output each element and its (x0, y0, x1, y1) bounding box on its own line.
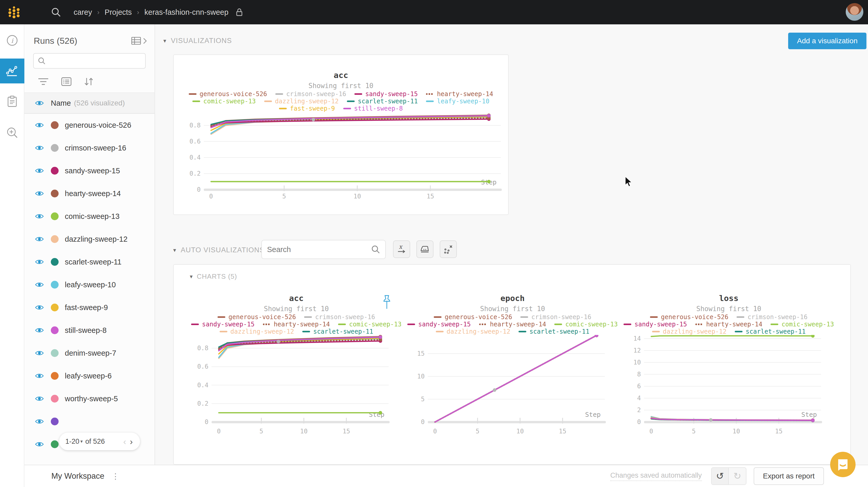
filter-icon[interactable] (38, 78, 49, 86)
run-name[interactable]: denim-sweep-7 (65, 349, 116, 357)
run-list-item[interactable]: scarlet-sweep-11 (24, 251, 155, 273)
chart-legend-item[interactable]: scarlet-sweep-11 (519, 328, 589, 335)
breadcrumb-entity[interactable]: carey (74, 8, 92, 17)
run-list-item[interactable]: generous-voice-526 (24, 114, 155, 136)
chart-legend-item[interactable]: hearty-sweep-14 (695, 321, 763, 328)
eye-icon[interactable] (35, 100, 44, 106)
chart-legend-item[interactable]: fast-sweep-9 (279, 105, 335, 112)
pinned-chart-pin-icon[interactable] (382, 295, 392, 310)
chart-plot[interactable]: 00.20.40.60.8051015Step (174, 112, 508, 206)
eye-icon[interactable] (35, 259, 44, 265)
chart-legend-item[interactable]: hearty-sweep-14 (479, 321, 546, 328)
run-name[interactable]: worthy-sweep-5 (65, 394, 118, 403)
chart-legend-item[interactable]: hearty-sweep-14 (426, 91, 493, 97)
run-name[interactable]: leafy-sweep-6 (65, 372, 112, 380)
run-name[interactable]: comic-sweep-13 (65, 212, 120, 221)
chart-legend-item[interactable]: dazzling-sweep-12 (436, 328, 510, 335)
page-range[interactable]: 1-20 (65, 437, 79, 446)
run-name[interactable]: leafy-sweep-10 (65, 281, 116, 289)
chart-legend-item[interactable]: comic-sweep-13 (192, 98, 256, 105)
run-name[interactable]: still-sweep-8 (65, 326, 106, 335)
breadcrumb-projects[interactable]: Projects (105, 8, 132, 17)
outliers-button[interactable] (440, 240, 457, 258)
chart-plot[interactable]: 051015051015Step (404, 335, 621, 439)
eye-icon[interactable] (35, 441, 44, 448)
acc-chart-small[interactable]: accShowing first 10generous-voice-526cri… (188, 293, 404, 441)
export-report-button[interactable]: Export as report (754, 467, 824, 485)
collapse-caret-icon[interactable]: ▾ (190, 273, 193, 280)
run-list-item[interactable]: denim-sweep-7 (24, 342, 155, 364)
workspace-menu-icon[interactable]: ⋮ (112, 472, 119, 481)
run-name[interactable]: sandy-sweep-15 (65, 167, 120, 175)
eye-icon[interactable] (35, 122, 44, 128)
run-list-item[interactable]: dazzling-sweep-12 (24, 228, 155, 251)
acc-panel-card[interactable]: accShowing first 10generous-voice-526cri… (173, 55, 509, 215)
eye-icon[interactable] (35, 236, 44, 242)
info-tab[interactable]: i (0, 29, 24, 52)
run-list-item[interactable]: leafy-sweep-10 (24, 273, 155, 296)
table-icon[interactable] (131, 37, 141, 45)
run-name[interactable]: dazzling-sweep-12 (65, 235, 128, 244)
runs-search[interactable] (33, 53, 146, 69)
runs-search-input[interactable] (49, 57, 141, 65)
chart-legend-item[interactable]: generous-voice-526 (650, 314, 728, 320)
collapse-caret-icon[interactable]: ▾ (173, 247, 176, 254)
run-name[interactable]: generous-voice-526 (65, 121, 131, 130)
chart-legend-item[interactable]: dazzling-sweep-12 (264, 98, 339, 105)
workspace-title[interactable]: My Workspace (51, 472, 104, 481)
collapse-caret-icon[interactable]: ▾ (163, 38, 166, 44)
eye-icon[interactable] (35, 167, 44, 174)
group-list-icon[interactable] (61, 77, 71, 86)
chart-plot[interactable]: 00.20.40.60.8051015Step (188, 335, 404, 439)
run-list-item[interactable]: hearty-sweep-14 (24, 182, 155, 205)
charts-section-header[interactable]: ▾ CHARTS (5) (174, 265, 850, 281)
charts-search-input[interactable] (267, 245, 371, 254)
runs-name-header[interactable]: Name (526 visualized) (24, 93, 155, 114)
chart-legend-item[interactable]: sandy-sweep-15 (191, 321, 254, 328)
chart-legend-item[interactable]: comic-sweep-13 (338, 321, 401, 328)
charts-tab-active[interactable] (0, 59, 24, 84)
run-list-item[interactable]: worthy-sweep-5 (24, 387, 155, 410)
eye-icon[interactable] (35, 327, 44, 334)
chart-legend-item[interactable]: scarlet-sweep-11 (347, 98, 418, 105)
run-name[interactable]: hearty-sweep-14 (65, 189, 121, 198)
undo-button[interactable]: ↺ (712, 468, 729, 484)
charts-search[interactable] (261, 240, 386, 259)
run-list-item[interactable]: leafy-sweep-6 (24, 364, 155, 387)
run-name[interactable]: fast-sweep-9 (65, 303, 108, 312)
expand-table-chevron-icon[interactable] (143, 37, 147, 44)
loss-chart[interactable]: lossShowing first 10generous-voice-526cr… (621, 293, 837, 441)
eye-icon[interactable] (35, 213, 44, 220)
eye-icon[interactable] (35, 304, 44, 311)
chart-legend-item[interactable]: crimson-sweep-16 (520, 314, 591, 320)
chart-legend-item[interactable]: sandy-sweep-15 (623, 321, 687, 328)
epoch-chart[interactable]: epochShowing first 10generous-voice-526c… (404, 293, 621, 441)
run-list-item[interactable]: fast-sweep-9 (24, 296, 155, 319)
chart-legend-item[interactable]: leafy-sweep-10 (426, 98, 489, 105)
chart-plot[interactable]: 02468101214051015Step (621, 335, 837, 439)
chart-legend-item[interactable]: sandy-sweep-15 (354, 91, 418, 97)
eye-icon[interactable] (35, 144, 44, 151)
eye-icon[interactable] (35, 350, 44, 356)
eye-icon[interactable] (35, 372, 44, 379)
chart-legend-item[interactable]: crimson-sweep-16 (304, 314, 375, 320)
eye-icon[interactable] (35, 418, 44, 425)
chart-legend-item[interactable]: sandy-sweep-15 (407, 321, 470, 328)
run-name[interactable]: scarlet-sweep-11 (65, 258, 122, 266)
user-avatar[interactable] (846, 3, 863, 21)
sort-icon[interactable] (84, 77, 94, 86)
chart-legend-item[interactable]: scarlet-sweep-11 (302, 328, 373, 335)
auto-visualizations-header[interactable]: ▾ AUTO VISUALIZATIONS (173, 246, 265, 254)
chart-legend-item[interactable]: comic-sweep-13 (771, 321, 834, 328)
wandb-logo-icon[interactable] (6, 4, 22, 21)
add-visualization-button[interactable]: Add a visualization (788, 33, 866, 49)
zoom-add-tab[interactable] (0, 121, 24, 144)
run-list-item[interactable]: still-sweep-8 (24, 319, 155, 342)
x-axis-settings-button[interactable]: x (393, 240, 410, 258)
page-size-caret-icon[interactable]: ▾ (81, 439, 83, 444)
search-icon[interactable] (51, 7, 61, 18)
help-chat-button[interactable] (830, 452, 856, 477)
run-name[interactable]: crimson-sweep-16 (65, 144, 126, 152)
run-list-item[interactable]: comic-sweep-13 (24, 205, 155, 228)
chart-legend-item[interactable]: generous-voice-526 (218, 314, 296, 320)
